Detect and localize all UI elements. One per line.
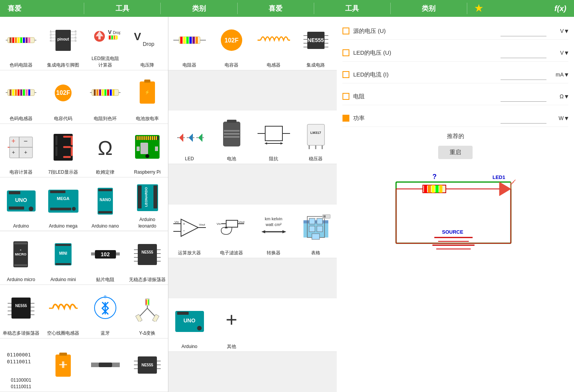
item-led-resistor[interactable]: V Drop LED限流电阻计算器	[84, 17, 126, 70]
props-dropdown-led-i[interactable]: ▾	[565, 70, 568, 79]
svg-text:⚡: ⚡	[145, 89, 150, 95]
props-dropdown-source-v[interactable]: ▾	[565, 27, 568, 35]
item-ohm[interactable]: Ω 欧姆定律	[84, 124, 126, 177]
resistor-cat-icon	[173, 18, 206, 62]
svg-rect-190	[189, 37, 192, 44]
color-resistor-icon	[6, 18, 36, 62]
converter-cat-label: 转换器	[267, 250, 280, 256]
item-resistor-color[interactable]: 电阻到色环	[84, 70, 126, 124]
item-color-inductor[interactable]: 色码电感器	[0, 70, 42, 124]
item-converter-cat[interactable]: km kelvin watt cm² 转换器	[253, 205, 295, 258]
svg-marker-271	[499, 182, 511, 196]
item-battery2[interactable]	[42, 338, 84, 392]
item-7seg[interactable]: 7段LED显示器	[42, 124, 84, 177]
svg-rect-79	[63, 146, 71, 148]
item-opamp-cat[interactable]: + − Vout Vin 运算放大器	[168, 205, 210, 258]
svg-rect-111	[50, 208, 71, 210]
item-capacitor-cat[interactable]: 102F 电容器	[210, 17, 253, 70]
item-ne555-multi[interactable]: NE555 无稳态多谐振荡器	[126, 231, 168, 285]
svg-rect-120	[153, 185, 157, 208]
checkbox-led-i[interactable]	[342, 71, 349, 78]
props-input-resistance[interactable]	[501, 91, 546, 102]
item-arduino-mega[interactable]: MEGA Arduino mega	[42, 177, 84, 231]
header-fx[interactable]: f(x)	[490, 4, 570, 13]
item-arduino-nano[interactable]: NANO Arduino nano	[84, 177, 126, 231]
item-ic-pinout[interactable]: pinout 8 7 6 5 1 2 3 4	[42, 17, 84, 70]
item-arduino[interactable]: UNO Arduino	[0, 177, 42, 231]
svg-text:5: 5	[75, 39, 77, 42]
checkbox-resistance[interactable]	[342, 93, 349, 100]
svg-rect-173	[62, 361, 64, 368]
item-arduino-cat[interactable]: UNO Arduino	[168, 298, 210, 352]
item-binary[interactable]: 01100001 01110011 0110000101110011	[0, 338, 42, 392]
7seg-label: 7段LED显示器	[48, 169, 78, 176]
svg-rect-123	[14, 242, 27, 244]
item-battery-cat[interactable]: 电池	[210, 111, 253, 164]
item-arduino-leonardo[interactable]: LEONARDO Arduinoleonardo	[126, 177, 168, 231]
header-cat-left[interactable]: 类别	[161, 4, 237, 13]
table-cat-icon	[300, 206, 332, 250]
item-arduino-mini[interactable]: MINI Arduino mini	[42, 231, 84, 285]
ydelta-icon	[133, 286, 162, 330]
header-tool-right[interactable]: 工具	[314, 4, 390, 13]
svg-rect-264	[323, 215, 326, 218]
item-empty1[interactable]	[84, 338, 126, 392]
props-label-resistance: 电阻	[353, 93, 501, 100]
props-dropdown-power[interactable]: ▾	[565, 114, 568, 122]
svg-rect-36	[109, 36, 111, 39]
props-dropdown-resistance[interactable]: ▾	[565, 92, 568, 101]
svg-text:km kelvin: km kelvin	[265, 216, 282, 221]
props-dropdown-led-v[interactable]: ▾	[565, 49, 568, 57]
item-resistor-cat[interactable]: 电阻器	[168, 17, 210, 70]
arduino-cat-label: Arduino	[181, 343, 197, 350]
item-air-inductor[interactable]: 空心线圈电感器	[42, 285, 84, 338]
checkbox-source-v[interactable]	[342, 28, 349, 34]
header-cat-right[interactable]: 类别	[391, 4, 467, 13]
svg-text:Ω: Ω	[98, 137, 113, 159]
item-arduino-micro[interactable]: MICRO ● Arduino micro	[0, 231, 42, 285]
props-input-led-v[interactable]	[501, 47, 546, 58]
item-bluetooth[interactable]: ® 蓝牙	[84, 285, 126, 338]
svg-rect-129	[55, 263, 71, 265]
item-table-cat[interactable]: 表格	[295, 205, 337, 258]
item-smd-resistor[interactable]: 102 贴片电阻	[84, 231, 126, 285]
item-filter-cat[interactable]: Vin Vout 电子滤波器	[210, 205, 253, 258]
item-cap-code[interactable]: 102F 电容代码	[42, 70, 84, 124]
item-led-cat[interactable]: LED	[168, 111, 210, 164]
reset-button[interactable]: 重启	[438, 146, 473, 159]
header-fav-right[interactable]: 喜爱	[238, 4, 314, 13]
checkbox-led-v[interactable]	[342, 49, 349, 56]
led-resistor-icon: V Drop	[90, 18, 121, 55]
header-star[interactable]: ★	[467, 3, 490, 14]
fx-label: f(x)	[554, 4, 566, 13]
item-cap-calc[interactable]: + − + + 电容计算器	[0, 124, 42, 177]
props-input-led-i[interactable]	[501, 69, 546, 80]
svg-rect-132	[91, 252, 95, 255]
svg-marker-208	[179, 134, 183, 142]
item-impedance-cat[interactable]: 阻抗	[253, 111, 295, 164]
item-raspberry[interactable]: Raspberry Pi	[126, 124, 168, 177]
item-ne555-mono[interactable]: NE555 单稳态多谐振荡器	[0, 285, 42, 338]
svg-rect-89	[137, 146, 140, 151]
svg-text:+: +	[24, 149, 27, 155]
header-tool-left[interactable]: 工具	[84, 4, 160, 13]
item-other-cat[interactable]: + 其他	[210, 298, 253, 352]
item-ydelta[interactable]: Y-Δ变换	[126, 285, 168, 338]
checkbox-power[interactable]	[342, 115, 349, 122]
item-empty2[interactable]: NE555	[126, 338, 168, 392]
table-cat-label: 表格	[311, 250, 320, 256]
props-input-power[interactable]	[501, 113, 546, 124]
smd-resistor-label: 贴片电阻	[96, 277, 114, 283]
svg-rect-78	[63, 136, 71, 138]
item-voltage-drop[interactable]: V Drop 电压降	[126, 17, 168, 70]
item-inductor-cat[interactable]: 电感器	[253, 17, 295, 70]
item-color-resistor[interactable]: 色码电阻器	[0, 17, 42, 70]
item-ic-cat[interactable]: NE555 集成电路	[295, 17, 337, 70]
header-fav-left[interactable]: 喜爱	[4, 4, 84, 13]
svg-rect-6	[20, 37, 22, 43]
props-input-source-v[interactable]	[501, 26, 546, 36]
svg-text:Drop: Drop	[143, 41, 155, 47]
item-regulator-cat[interactable]: LM317 稳压器	[295, 111, 337, 164]
item-battery-rate[interactable]: ⚡ 电池放电率	[126, 70, 168, 124]
svg-rect-45	[15, 89, 17, 96]
